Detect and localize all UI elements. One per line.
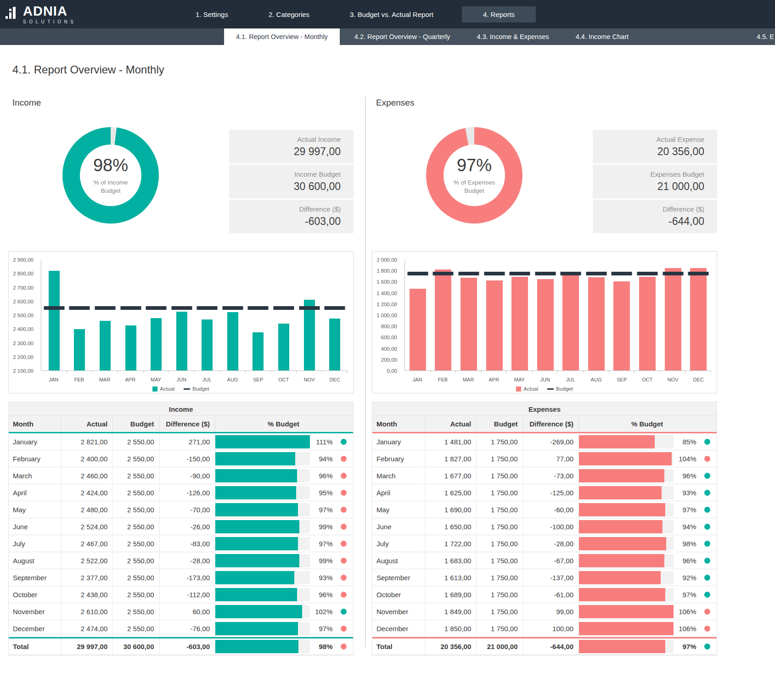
expenses-stat-box-2: Difference ($)-644,00 <box>593 200 717 233</box>
expenses-chart-column-AUG <box>584 260 609 370</box>
expenses-table: Expenses MonthActualBudgetDifference ($)… <box>372 402 717 655</box>
status-dot-cell <box>698 558 717 564</box>
subnav-tab-3[interactable]: 4.3. Income & Expenses <box>465 28 561 45</box>
subnav-tab-4[interactable]: 4.4. Income Chart <box>564 28 640 45</box>
pct-budget-value: 98% <box>310 643 335 650</box>
pct-budget-value: 99% <box>310 523 335 531</box>
income-budget-marker-MAR <box>95 306 115 310</box>
pct-budget-bar-cell <box>579 435 674 448</box>
status-dot-good <box>704 541 710 547</box>
status-dot-bad <box>341 626 347 632</box>
actual-cell: 2 424,00 <box>62 484 113 501</box>
income-actual-bar-AUG <box>227 312 238 370</box>
status-dot-cell <box>335 575 354 581</box>
expenses-y-tick: 2 000,00 <box>376 257 397 263</box>
nav-item-1[interactable]: 1. Settings <box>184 6 240 22</box>
pct-budget-value: 104% <box>674 455 698 463</box>
income-y-tick: 2 900,00 <box>13 257 34 263</box>
pct-budget-bar-fill <box>579 469 664 482</box>
income-y-tick: 2 700,00 <box>13 285 34 291</box>
difference-cell: -67,00 <box>523 552 579 569</box>
expenses-budget-marker-JUL <box>561 272 581 275</box>
subnav-tab-5[interactable]: 4.5. E <box>745 28 775 45</box>
expenses-actual-bar-MAR <box>461 278 477 370</box>
income-table-row-April: April2 424,002 550,00-126,0095% <box>9 484 353 501</box>
month-cell: July <box>9 535 62 552</box>
difference-cell: -83,00 <box>160 535 216 552</box>
month-cell: October <box>9 586 62 603</box>
subnav-tab-2[interactable]: 4.2. Report Overview - Quarterly <box>343 28 462 45</box>
pct-budget-bar-fill <box>579 537 666 550</box>
nav-item-3[interactable]: 3. Budget vs. Actual Report <box>338 6 445 22</box>
expenses-y-tick: 1 800,00 <box>376 268 397 274</box>
pct-budget-bar-cell <box>215 486 310 499</box>
actual-cell: 20 356,00 <box>425 638 477 655</box>
income-budget-marker-MAY <box>146 306 167 310</box>
income-col-header-1: Actual <box>62 416 113 432</box>
status-dot-cell <box>335 439 354 445</box>
expenses-chart-column-NOV <box>660 260 686 370</box>
income-actual-bar-MAR <box>100 321 111 370</box>
pct-budget-bar-fill <box>579 435 655 448</box>
status-dot-cell <box>335 558 354 564</box>
income-budget-marker-DEC <box>325 306 345 310</box>
pct-budget-bar-fill <box>579 571 661 584</box>
expenses-donut-percentage: 97% <box>457 156 492 175</box>
expenses-table-total-row: Total20 356,0021 000,00-644,0097% <box>372 637 717 655</box>
income-table-row-August: August2 522,002 550,00-28,0099% <box>9 552 353 569</box>
nav-item-2[interactable]: 2. Categories <box>257 6 321 22</box>
status-dot-cell <box>335 644 354 650</box>
expenses-panel: Expenses 97% % of Expenses Budget Actual… <box>372 94 717 655</box>
pct-budget-bar-cell <box>579 520 674 533</box>
month-cell: March <box>372 467 425 484</box>
difference-cell: -644,00 <box>523 638 579 655</box>
actual-cell: 1 481,00 <box>425 433 477 450</box>
pct-budget-value: 97% <box>310 540 335 548</box>
income-legend-actual: Actual <box>152 386 174 392</box>
pct-budget-bar-fill <box>215 469 297 482</box>
pct-budget-bar-fill <box>579 486 662 499</box>
expenses-actual-bar-JUN <box>537 279 554 370</box>
expenses-x-label: SEP <box>609 377 635 382</box>
pct-budget-value: 97% <box>674 591 698 599</box>
expenses-col-header-0: Month <box>372 416 425 432</box>
pct-budget-bar-cell <box>215 554 310 567</box>
pct-budget-bar-fill <box>215 452 295 465</box>
pct-budget-bar-fill <box>215 537 298 550</box>
income-table-row-November: November2 610,002 550,0060,00102% <box>9 603 353 620</box>
expenses-actual-bar-JAN <box>410 289 426 370</box>
expenses-table-header: MonthActualBudgetDifference ($)% Budget <box>372 416 717 433</box>
expenses-table-row-October: October1 689,001 750,00-61,0097% <box>372 586 717 603</box>
difference-cell: -73,00 <box>523 467 579 484</box>
month-cell: April <box>372 484 425 501</box>
pct-budget-value: 102% <box>310 608 335 616</box>
difference-cell: -28,00 <box>160 552 216 569</box>
income-x-label: APR <box>118 377 143 382</box>
subnav-tab-1[interactable]: 4.1. Report Overview - Monthly <box>224 28 340 45</box>
expenses-chart-column-MAY <box>507 260 533 370</box>
expenses-actual-bar-AUG <box>588 277 605 370</box>
month-cell: March <box>9 467 62 484</box>
expenses-stat-value-1: 21 000,00 <box>657 180 704 193</box>
budget-cell: 1 750,00 <box>477 586 523 603</box>
income-budget-marker-JAN <box>44 306 64 310</box>
expenses-stat-value-2: -644,00 <box>668 215 704 228</box>
income-actual-bar-JUL <box>202 319 213 370</box>
expenses-chart-column-APR <box>482 260 507 370</box>
budget-cell: 1 750,00 <box>477 620 523 637</box>
page-title: 4.1. Report Overview - Monthly <box>12 63 164 76</box>
difference-cell: -76,00 <box>160 620 216 637</box>
income-x-label: NOV <box>297 377 322 382</box>
brand-logo: ADNIA SOLUTIONS <box>6 4 76 24</box>
income-table-row-May: May2 480,002 550,00-70,0097% <box>9 501 353 518</box>
actual-cell: 2 524,00 <box>62 518 113 535</box>
income-stat-value-1: 30 600,00 <box>294 180 341 193</box>
status-dot-bad <box>704 626 710 632</box>
income-col-header-3: Difference ($) <box>160 416 216 432</box>
income-donut-percentage: 98% <box>93 156 128 175</box>
month-cell: October <box>372 586 425 603</box>
income-chart-column-JUN <box>169 260 195 370</box>
income-stat-value-0: 29 997,00 <box>294 146 341 158</box>
income-stat-box-0: Actual Income29 997,00 <box>229 130 354 163</box>
nav-item-4[interactable]: 4. Reports <box>462 6 536 22</box>
